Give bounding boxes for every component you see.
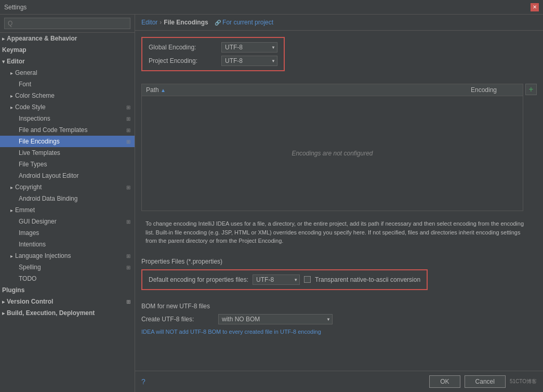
sidebar-label: Code Style — [15, 103, 46, 111]
sidebar-item-file-encodings[interactable]: File Encodings⊞ — [0, 136, 135, 147]
bom-note-suffix: to every created file in UTF-8 encoding — [221, 329, 321, 335]
sidebar-label: Language Injections — [15, 252, 71, 259]
project-encoding-label: Project Encoding: — [149, 57, 221, 64]
sidebar-item-images[interactable]: Images — [0, 227, 135, 239]
table-header: Path ▲ Encoding — [142, 84, 523, 96]
bom-section: BOM for new UTF-8 files Create UTF-8 fil… — [141, 303, 537, 335]
copy-icon: ⊞ — [126, 299, 130, 305]
sidebar-item-version-control[interactable]: ▸Version Control⊞ — [0, 296, 135, 307]
copy-icon: ⊞ — [126, 265, 130, 270]
sidebar-item-copyright[interactable]: ▸Copyright⊞ — [0, 181, 135, 193]
encoding-header: Encoding — [445, 84, 523, 96]
footer-left: ? — [141, 377, 145, 386]
bom-row: Create UTF-8 files: with NO BOM with BOM — [141, 314, 537, 324]
bom-select-wrapper: with NO BOM with BOM — [218, 314, 333, 324]
add-encoding-button[interactable]: + — [525, 84, 537, 95]
copy-icon: ⊞ — [126, 185, 130, 190]
sidebar-item-keymap[interactable]: Keymap — [0, 44, 135, 56]
sidebar-label: File Types — [19, 161, 47, 168]
sidebar-item-code-style[interactable]: ▸Code Style⊞ — [0, 101, 135, 113]
breadcrumb-arrow: › — [160, 19, 162, 26]
encodings-table: Path ▲ Encoding Encodings are not config… — [141, 84, 523, 211]
expand-arrow: ▸ — [10, 253, 13, 259]
global-encoding-label: Global Encoding: — [149, 44, 221, 51]
sidebar-label: Version Control — [7, 298, 53, 305]
main-content: ▸Appearance & BehaviorKeymap▾Editor▸Gene… — [0, 15, 543, 392]
sidebar-item-build-execution[interactable]: ▸Build, Execution, Deployment — [0, 307, 135, 319]
right-panel: Editor › File Encodings 🔗 For current pr… — [135, 15, 543, 392]
properties-encoding-select[interactable]: UTF-8 UTF-16 ISO-8859-1 — [253, 275, 300, 285]
expand-arrow: ▸ — [10, 104, 13, 110]
sidebar-label: File Encodings — [19, 138, 60, 145]
sidebar-item-android-data-binding[interactable]: Android Data Binding — [0, 193, 135, 204]
expand-arrow: ▸ — [2, 310, 5, 316]
bom-note-highlight: UTF-8 BOM — [190, 329, 221, 335]
sidebar-item-file-types[interactable]: File Types — [0, 159, 135, 170]
properties-encoding-select-wrapper: UTF-8 UTF-16 ISO-8859-1 — [253, 275, 300, 285]
bom-select[interactable]: with NO BOM with BOM — [218, 314, 333, 324]
expand-arrow: ▸ — [2, 299, 5, 305]
sidebar-item-gui-designer[interactable]: GUI Designer⊞ — [0, 216, 135, 227]
search-box — [0, 15, 135, 33]
sidebar-label: Keymap — [2, 46, 27, 54]
expand-arrow: ▸ — [10, 70, 13, 76]
copy-icon: ⊞ — [126, 139, 130, 145]
sidebar-label: Build, Execution, Deployment — [7, 309, 95, 317]
copy-icon: ⊞ — [126, 104, 130, 110]
sidebar-label: Appearance & Behavior — [7, 35, 77, 42]
settings-window: Settings ✕ ▸Appearance & BehaviorKeymap▾… — [0, 0, 543, 392]
project-encoding-row: Project Encoding: UTF-8 UTF-16 ISO-8859-… — [149, 56, 277, 66]
breadcrumb-current: File Encodings — [164, 19, 208, 26]
sidebar-label: Plugins — [2, 286, 24, 294]
description-text: To change encoding IntelliJ IDEA uses fo… — [141, 215, 537, 250]
sidebar-item-file-and-code-templates[interactable]: File and Code Templates⊞ — [0, 124, 135, 136]
sidebar-label: Android Data Binding — [19, 195, 77, 202]
table-section: Path ▲ Encoding Encodings are not config… — [141, 84, 537, 211]
help-icon[interactable]: ? — [141, 377, 145, 386]
sidebar-item-language-injections[interactable]: ▸Language Injections⊞ — [0, 250, 135, 262]
sidebar-item-emmet[interactable]: ▸Emmet — [0, 204, 135, 216]
search-input[interactable] — [4, 18, 130, 29]
path-header: Path ▲ — [142, 84, 445, 96]
sidebar-item-todo[interactable]: TODO — [0, 273, 135, 284]
sidebar-item-android-layout-editor[interactable]: Android Layout Editor — [0, 170, 135, 181]
properties-section-title: Properties Files (*.properties) — [141, 258, 537, 265]
sidebar-label: Spelling — [19, 264, 41, 271]
transparent-conversion-checkbox[interactable] — [304, 276, 311, 283]
sidebar-item-live-templates[interactable]: Live Templates — [0, 147, 135, 159]
sidebar-label: Color Scheme — [15, 92, 55, 99]
sidebar-item-plugins[interactable]: Plugins — [0, 284, 135, 296]
empty-message: Encodings are not configured — [292, 150, 373, 157]
sidebar-item-spelling[interactable]: Spelling⊞ — [0, 262, 135, 273]
expand-arrow: ▾ — [2, 59, 5, 64]
global-encoding-select[interactable]: UTF-8 UTF-16 ISO-8859-1 Windows-1252 — [221, 42, 277, 53]
sidebar-item-inspections[interactable]: Inspections⊞ — [0, 113, 135, 124]
sidebar-label: GUI Designer — [19, 218, 57, 225]
title-bar: Settings ✕ — [0, 0, 543, 15]
sidebar-item-color-scheme[interactable]: ▸Color Scheme — [0, 90, 135, 101]
cancel-button[interactable]: Cancel — [465, 375, 506, 388]
sidebar: ▸Appearance & BehaviorKeymap▾Editor▸Gene… — [0, 15, 135, 392]
copy-icon: ⊞ — [126, 116, 130, 122]
sidebar-label: Intentions — [19, 241, 46, 248]
path-sort-icon: ▲ — [161, 87, 166, 93]
sidebar-item-editor[interactable]: ▾Editor — [0, 56, 135, 67]
sidebar-item-appearance[interactable]: ▸Appearance & Behavior — [0, 33, 135, 44]
sidebar-item-font[interactable]: Font — [0, 79, 135, 90]
watermark: 51CTO博客 — [510, 378, 537, 385]
project-encoding-select[interactable]: UTF-8 UTF-16 ISO-8859-1 Windows-1252 — [221, 56, 277, 66]
sidebar-item-intentions[interactable]: Intentions — [0, 239, 135, 250]
table-side-buttons: + — [525, 84, 537, 211]
breadcrumb-parent[interactable]: Editor — [141, 19, 157, 26]
ok-button[interactable]: OK — [429, 375, 460, 388]
sidebar-label: File and Code Templates — [19, 126, 88, 134]
sidebar-item-general[interactable]: ▸General — [0, 67, 135, 79]
bom-note: IDEA will NOT add UTF-8 BOM to every cre… — [141, 329, 537, 335]
expand-arrow: ▸ — [2, 36, 5, 42]
bom-label: Create UTF-8 files: — [141, 316, 214, 323]
copy-icon: ⊞ — [126, 127, 130, 133]
sidebar-label: Emmet — [15, 206, 35, 214]
transparent-conversion-label: Transparent native-to-ascii conversion — [315, 276, 420, 283]
close-button[interactable]: ✕ — [531, 3, 539, 11]
panel-content: Global Encoding: UTF-8 UTF-16 ISO-8859-1… — [135, 31, 543, 371]
